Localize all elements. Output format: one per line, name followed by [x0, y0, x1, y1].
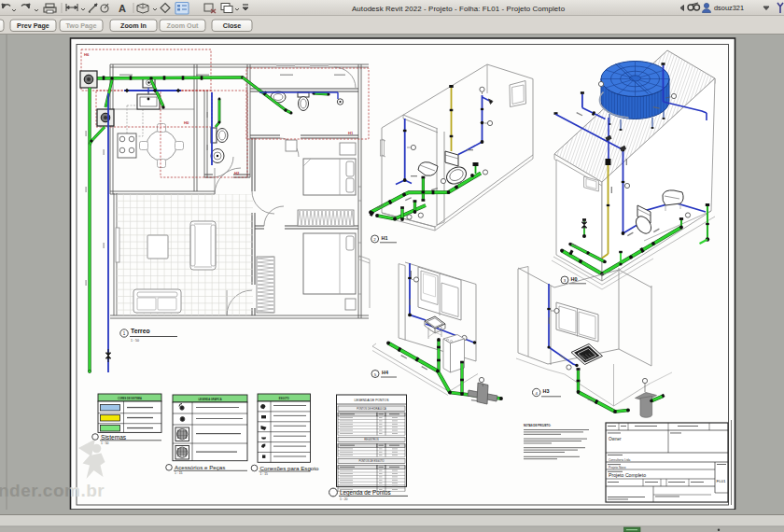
svg-text:PONTOS DE ESGOTO: PONTOS DE ESGOTO — [359, 459, 385, 463]
svg-text:H1: H1 — [348, 131, 354, 135]
svg-text:Conexões para Esgoto: Conexões para Esgoto — [260, 465, 320, 471]
svg-text:Prev Page: Prev Page — [17, 21, 49, 30]
svg-text:Projeto Novo: Projeto Novo — [609, 466, 626, 469]
svg-text:Autodesk Revit 2022 - Projeto: Autodesk Revit 2022 - Projeto - Folha: F… — [352, 5, 566, 13]
svg-text:1 : 50: 1 : 50 — [131, 339, 139, 343]
svg-text:PONTOS DE HIDRÁULICA: PONTOS DE HIDRÁULICA — [357, 407, 386, 411]
svg-text:H1: H1 — [382, 235, 388, 241]
svg-text:1 : 50: 1 : 50 — [101, 441, 109, 445]
svg-text:Owner: Owner — [609, 437, 622, 441]
svg-text:H4: H4 — [382, 370, 388, 375]
svg-text:Zoom In: Zoom In — [120, 21, 147, 30]
svg-text:dsouz321: dsouz321 — [714, 4, 744, 12]
svg-text:Two Page: Two Page — [65, 21, 96, 30]
svg-text:Legenda de Pontos: Legenda de Pontos — [340, 489, 391, 497]
svg-text:NOTAS DE PROJETO:: NOTAS DE PROJETO: — [524, 424, 551, 427]
svg-text:1 : 15: 1 : 15 — [175, 471, 183, 475]
svg-text:A: A — [119, 3, 126, 14]
svg-text:1 : 15: 1 : 15 — [260, 472, 269, 476]
svg-text:Projeto Completo: Projeto Completo — [609, 472, 646, 478]
svg-text:LEGENDA DE PONTOS: LEGENDA DE PONTOS — [355, 399, 390, 402]
svg-text:1 : 20: 1 : 20 — [340, 497, 348, 501]
svg-text:Sistemas: Sistemas — [101, 434, 127, 441]
svg-text:H6: H6 — [84, 52, 90, 57]
svg-text:Zoom Out: Zoom Out — [167, 21, 200, 30]
svg-text:H2: H2 — [234, 171, 240, 175]
svg-text:REGISTROS: REGISTROS — [364, 438, 379, 441]
svg-text:H0: H0 — [184, 120, 189, 125]
svg-text:Close: Close — [223, 21, 242, 30]
svg-text:CORES DE SISTEMA: CORES DE SISTEMA — [118, 397, 142, 400]
svg-text:LEGENDA GRAFICA: LEGENDA GRAFICA — [198, 398, 221, 401]
svg-text:FL01: FL01 — [717, 479, 727, 483]
svg-text:H3: H3 — [543, 388, 550, 394]
svg-text:Acessórios e Peças: Acessórios e Peças — [175, 464, 225, 470]
svg-text:ESGOTO: ESGOTO — [279, 397, 289, 400]
svg-text:Terreo: Terreo — [131, 328, 150, 334]
svg-text:Consultoria Ltda: Consultoria Ltda — [609, 458, 630, 462]
svg-text:H0: H0 — [571, 276, 578, 282]
